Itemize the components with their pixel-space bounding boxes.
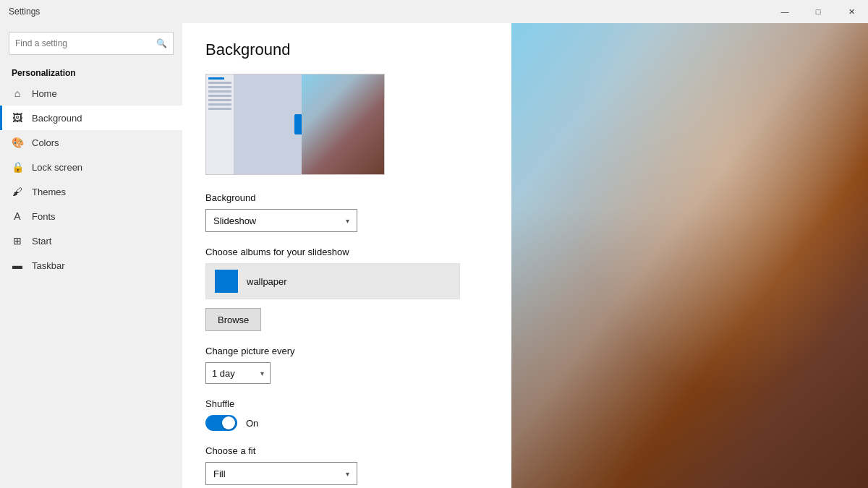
sidebar-item-fonts[interactable]: A Fonts xyxy=(0,204,182,228)
background-preview: Aa xyxy=(205,74,385,175)
background-label: Background xyxy=(205,192,488,203)
title-bar: Settings — □ ✕ xyxy=(0,0,868,23)
preview-desktop: Aa xyxy=(206,74,384,174)
section-label: Personalization xyxy=(0,61,182,81)
app-title: Settings xyxy=(9,7,40,17)
shuffle-toggle[interactable] xyxy=(205,415,237,431)
mini-line-7 xyxy=(208,103,231,106)
maximize-button[interactable]: □ xyxy=(801,0,835,23)
sidebar-item-label: Themes xyxy=(32,187,66,197)
sidebar-item-label: Background xyxy=(32,113,82,124)
start-icon: ⊞ xyxy=(12,235,23,247)
taskbar-icon: ▬ xyxy=(12,260,23,271)
search-box[interactable]: 🔍 xyxy=(9,32,174,55)
chevron-down-icon-3: ▾ xyxy=(346,470,349,478)
themes-icon: 🖌 xyxy=(12,186,23,197)
background-icon: 🖼 xyxy=(12,112,23,124)
search-icon: 🔍 xyxy=(156,38,167,48)
right-background-panel xyxy=(511,23,868,488)
home-icon: ⌂ xyxy=(12,87,23,99)
chevron-down-icon-2: ▾ xyxy=(260,369,264,377)
mini-line-1 xyxy=(208,77,224,80)
shuffle-label: Shuffle xyxy=(205,398,488,409)
sidebar-item-label: Fonts xyxy=(32,211,56,222)
sidebar-item-themes[interactable]: 🖌 Themes xyxy=(0,179,182,204)
sidebar-item-lock-screen[interactable]: 🔒 Lock screen xyxy=(0,155,182,179)
albums-label: Choose albums for your slideshow xyxy=(205,247,488,257)
shuffle-group: Shuffle On xyxy=(205,398,488,431)
mini-line-2 xyxy=(208,82,231,84)
albums-group: Choose albums for your slideshow wallpap… xyxy=(205,247,488,331)
chevron-down-icon: ▾ xyxy=(346,217,349,225)
sidebar-item-colors[interactable]: 🎨 Colors xyxy=(0,130,182,155)
fit-label: Choose a fit xyxy=(205,445,488,456)
sidebar: 🔍 Personalization ⌂ Home 🖼 Background 🎨 … xyxy=(0,23,182,488)
shuffle-toggle-row: On xyxy=(205,415,488,431)
fit-group: Choose a fit Fill ▾ xyxy=(205,445,488,485)
change-picture-group: Change picture every 1 day ▾ xyxy=(205,346,488,384)
sidebar-item-home[interactable]: ⌂ Home xyxy=(0,81,182,106)
window-controls: — □ ✕ xyxy=(768,0,868,23)
mini-line-4 xyxy=(208,90,231,93)
browse-button[interactable]: Browse xyxy=(205,308,261,331)
preview-sidebar xyxy=(206,74,234,174)
mini-line-6 xyxy=(208,99,231,101)
preview-bike-image xyxy=(302,74,384,174)
change-picture-value: 1 day xyxy=(212,368,235,379)
colors-icon: 🎨 xyxy=(12,137,23,148)
main-content: Background Aa xyxy=(182,23,511,488)
album-list: wallpaper xyxy=(205,263,460,299)
fonts-icon: A xyxy=(12,210,23,222)
album-thumbnail xyxy=(215,270,238,293)
app-body: 🔍 Personalization ⌂ Home 🖼 Background 🎨 … xyxy=(0,23,868,488)
mini-line-3 xyxy=(208,86,231,88)
background-dropdown[interactable]: Slideshow ▾ xyxy=(205,209,357,232)
album-name: wallpaper xyxy=(247,276,287,287)
lock-icon: 🔒 xyxy=(12,161,23,173)
wallpaper-image xyxy=(511,23,868,488)
change-picture-dropdown[interactable]: 1 day ▾ xyxy=(205,362,271,384)
sidebar-item-background[interactable]: 🖼 Background xyxy=(0,106,182,130)
preview-main: Aa xyxy=(234,74,384,174)
sidebar-item-label: Home xyxy=(32,88,57,99)
album-item[interactable]: wallpaper xyxy=(206,264,459,299)
fit-dropdown-value: Fill xyxy=(213,468,226,479)
search-input[interactable] xyxy=(15,38,156,48)
page-title: Background xyxy=(205,40,488,59)
change-picture-label: Change picture every xyxy=(205,346,488,356)
sidebar-item-start[interactable]: ⊞ Start xyxy=(0,228,182,253)
sidebar-item-label: Start xyxy=(32,236,51,247)
fit-dropdown[interactable]: Fill ▾ xyxy=(205,462,357,485)
background-dropdown-value: Slideshow xyxy=(213,215,256,226)
mini-line-5 xyxy=(208,95,231,97)
sidebar-item-label: Taskbar xyxy=(32,260,65,271)
toggle-knob xyxy=(222,416,235,429)
mini-line-8 xyxy=(208,108,231,110)
close-button[interactable]: ✕ xyxy=(835,0,868,23)
sidebar-item-label: Colors xyxy=(32,137,59,148)
sidebar-item-label: Lock screen xyxy=(32,162,82,173)
background-group: Background Slideshow ▾ xyxy=(205,192,488,232)
shuffle-state: On xyxy=(246,418,258,429)
minimize-button[interactable]: — xyxy=(768,0,801,23)
sidebar-item-taskbar[interactable]: ▬ Taskbar xyxy=(0,253,182,278)
